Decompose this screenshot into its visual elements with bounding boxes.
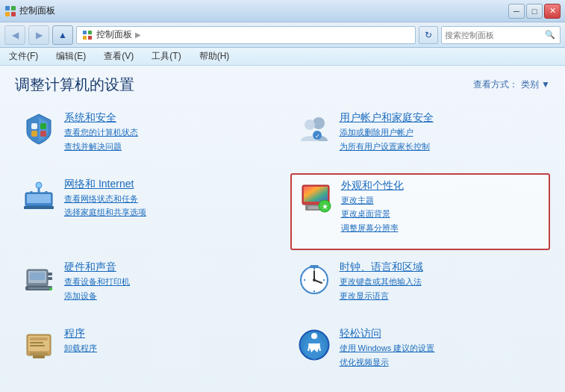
refresh-button[interactable]: ↻ [419, 26, 438, 44]
system-security-link1[interactable]: 查看您的计算机状态 [64, 126, 138, 139]
back-button[interactable]: ◀ [4, 25, 25, 45]
category-network[interactable]: 网络和 Internet 查看网络状态和任务 选择家庭组和共享选项 [15, 173, 275, 250]
network-link2[interactable]: 选择家庭组和共享选项 [64, 206, 146, 219]
system-security-icon [21, 111, 57, 147]
titlebar: 控制面板 ─ □ ✕ [0, 0, 565, 22]
view-label: 查看方式： [473, 78, 518, 91]
svg-point-42 [313, 279, 316, 281]
svg-rect-54 [30, 352, 48, 355]
svg-rect-52 [30, 345, 45, 346]
minimize-button[interactable]: ─ [508, 4, 525, 19]
svg-rect-0 [5, 6, 10, 10]
category-appearance[interactable]: ★ 外观和个性化 更改主题 更改桌面背景 调整屏幕分辨率 [290, 173, 551, 250]
menu-edit[interactable]: 编辑(E) [53, 49, 89, 64]
appearance-text: 外观和个性化 更改主题 更改桌面背景 调整屏幕分辨率 [341, 179, 404, 234]
search-icon[interactable]: 🔍 [543, 28, 557, 42]
menu-view[interactable]: 查看(V) [101, 49, 137, 64]
menubar: 文件(F) 编辑(E) 查看(V) 工具(T) 帮助(H) [0, 48, 565, 66]
accessibility-text: 轻松访问 使用 Windows 建议的设置 优化视频显示 [340, 327, 435, 368]
clock-link1[interactable]: 更改键盘或其他输入法 [340, 276, 423, 288]
hardware-link1[interactable]: 查看设备和打印机 [64, 276, 130, 288]
category-hardware[interactable]: 硬件和声音 查看设备和打印机 添加设备 [15, 256, 275, 317]
svg-rect-2 [5, 12, 10, 16]
view-mode-value[interactable]: 类别 ▼ [521, 78, 550, 91]
network-text: 网络和 Internet 查看网络状态和任务 选择家庭组和共享选项 [64, 178, 146, 219]
svg-rect-32 [30, 273, 45, 280]
clock-link2[interactable]: 更改显示语言 [340, 290, 423, 302]
svg-rect-11 [40, 131, 46, 137]
appearance-icon: ★ [298, 179, 334, 215]
category-programs[interactable]: 程序 卸载程序 [15, 323, 275, 383]
up-button[interactable]: ▲ [52, 25, 73, 45]
category-accessibility[interactable]: 轻松访问 使用 Windows 建议的设置 优化视频显示 [290, 323, 551, 383]
appearance-name[interactable]: 外观和个性化 [341, 179, 404, 193]
clock-icon [296, 261, 332, 296]
network-link1[interactable]: 查看网络状态和任务 [64, 193, 146, 205]
svg-rect-33 [48, 273, 52, 276]
menu-tools[interactable]: 工具(T) [149, 49, 184, 64]
search-input[interactable] [445, 31, 542, 40]
addressbar: ◀ ▶ ▲ 控制面板 ▶ ↻ 🔍 [0, 22, 565, 48]
svg-rect-25 [304, 187, 328, 202]
appearance-link2[interactable]: 更改桌面背景 [341, 208, 404, 220]
breadcrumb-arrow: ▶ [135, 31, 141, 39]
user-accounts-link1[interactable]: 添加或删除用户帐户 [340, 126, 434, 139]
maximize-button[interactable]: □ [526, 4, 543, 19]
breadcrumb-text: 控制面板 [96, 28, 132, 41]
forward-button[interactable]: ▶ [28, 25, 49, 45]
titlebar-controls: ─ □ ✕ [508, 4, 561, 19]
svg-rect-36 [28, 287, 49, 289]
svg-rect-17 [27, 194, 51, 203]
svg-rect-7 [88, 36, 92, 40]
svg-rect-9 [40, 123, 46, 129]
svg-rect-3 [11, 12, 16, 16]
programs-name[interactable]: 程序 [64, 327, 97, 340]
accessibility-link2[interactable]: 优化视频显示 [340, 356, 435, 369]
accessibility-icon [296, 327, 332, 363]
programs-icon [21, 327, 57, 363]
hardware-text: 硬件和声音 查看设备和打印机 添加设备 [64, 261, 130, 302]
hardware-name[interactable]: 硬件和声音 [64, 261, 130, 274]
user-accounts-link2[interactable]: 为所有用户设置家长控制 [340, 140, 434, 153]
svg-point-13 [305, 119, 315, 130]
user-accounts-name[interactable]: 用户帐户和家庭安全 [340, 111, 434, 125]
svg-rect-5 [88, 31, 92, 34]
svg-rect-51 [30, 342, 43, 343]
view-mode-selector[interactable]: 查看方式： 类别 ▼ [473, 78, 550, 91]
category-user-accounts[interactable]: ✓ 用户帐户和家庭安全 添加或删除用户帐户 为所有用户设置家长控制 [290, 107, 551, 167]
clock-text: 时钟、语言和区域 更改键盘或其他输入法 更改显示语言 [340, 261, 423, 302]
system-security-name[interactable]: 系统和安全 [64, 111, 138, 125]
svg-point-37 [49, 287, 52, 290]
search-bar[interactable]: 🔍 [441, 26, 561, 44]
user-accounts-icon: ✓ [296, 111, 332, 147]
breadcrumb-bar[interactable]: 控制面板 ▶ [76, 26, 416, 44]
svg-point-57 [311, 333, 317, 339]
titlebar-left: 控制面板 [4, 4, 55, 17]
category-system-security[interactable]: 系统和安全 查看您的计算机状态 查找并解决问题 [15, 107, 275, 167]
svg-rect-1 [11, 6, 16, 10]
breadcrumb-icon [81, 29, 93, 41]
page-title: 调整计算机的设置 [15, 75, 134, 95]
programs-link1[interactable]: 卸载程序 [64, 342, 97, 355]
menu-help[interactable]: 帮助(H) [196, 49, 233, 64]
appearance-link3[interactable]: 调整屏幕分辨率 [341, 222, 404, 234]
system-security-text: 系统和安全 查看您的计算机状态 查找并解决问题 [64, 111, 138, 152]
accessibility-link1[interactable]: 使用 Windows 建议的设置 [340, 342, 435, 355]
category-clock[interactable]: 时钟、语言和区域 更改键盘或其他输入法 更改显示语言 [290, 256, 551, 317]
svg-rect-10 [31, 131, 37, 137]
close-button[interactable]: ✕ [544, 4, 561, 19]
svg-rect-18 [24, 206, 54, 209]
main-content: 调整计算机的设置 查看方式： 类别 ▼ 系统和安全 查看您的计算机状态 [0, 66, 565, 392]
clock-name[interactable]: 时钟、语言和区域 [340, 261, 423, 274]
svg-rect-34 [48, 277, 52, 280]
system-security-link2[interactable]: 查找并解决问题 [64, 140, 138, 153]
appearance-link1[interactable]: 更改主题 [341, 194, 404, 207]
menu-file[interactable]: 文件(F) [6, 49, 41, 64]
svg-rect-47 [310, 265, 319, 268]
hardware-link2[interactable]: 添加设备 [64, 290, 130, 302]
svg-text:★: ★ [321, 202, 328, 211]
accessibility-name[interactable]: 轻松访问 [340, 327, 435, 340]
page-header: 调整计算机的设置 查看方式： 类别 ▼ [15, 75, 550, 95]
svg-rect-53 [33, 355, 45, 358]
network-name[interactable]: 网络和 Internet [64, 178, 146, 191]
